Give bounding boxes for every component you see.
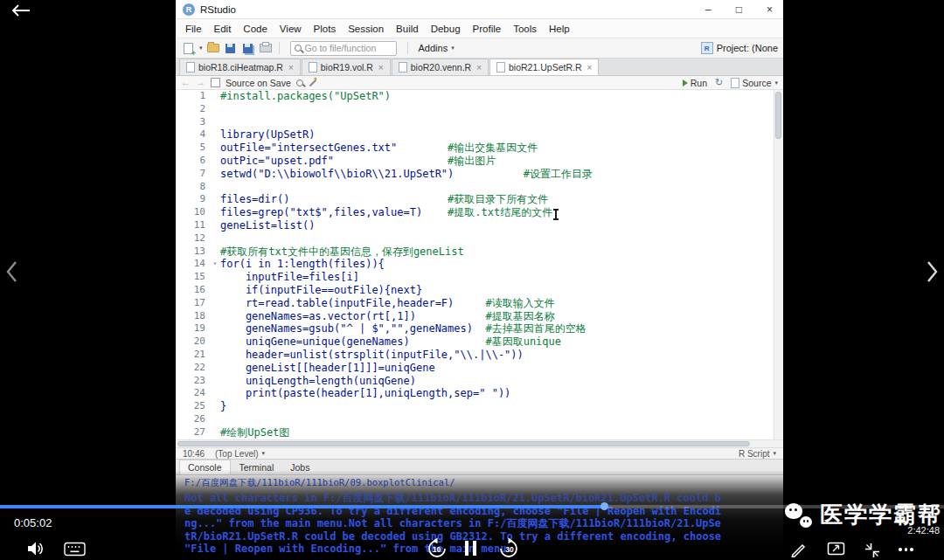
exit-fullscreen-button[interactable] [864, 542, 881, 559]
fold-marker-icon [210, 284, 220, 297]
scope-selector[interactable]: (Top Level) ▾ [215, 449, 265, 459]
line-number: 25 [176, 400, 210, 413]
menu-item-view[interactable]: View [274, 24, 308, 34]
back-button[interactable] [10, 3, 31, 21]
more-options-button[interactable] [899, 547, 916, 552]
code-line[interactable]: 23 uniqLength=length(uniqGene) [176, 375, 774, 388]
menu-item-code[interactable]: Code [237, 24, 274, 34]
vertical-scrollbar[interactable] [774, 90, 783, 439]
speaker-icon [26, 540, 45, 557]
code-line[interactable]: 6outPic="upset.pdf" #输出图片 [176, 155, 774, 168]
code-line[interactable]: 20 uniqGene=unique(geneNames) #基因取unique [176, 335, 774, 349]
save-icon[interactable] [224, 41, 238, 55]
code-line[interactable]: 15 inputFile=files[i] [176, 271, 774, 284]
code-line[interactable]: 9files=dir() #获取目录下所有文件 [176, 193, 774, 206]
forward-30-button[interactable]: 30 [498, 537, 521, 560]
pause-button[interactable] [465, 541, 477, 557]
keyboard-button[interactable] [64, 542, 86, 557]
code-line[interactable]: 14▾for(i in 1:length(files)){ [176, 258, 774, 271]
back-nav-icon[interactable]: ← [181, 78, 191, 87]
next-chevron-button[interactable] [925, 259, 941, 288]
code-line[interactable]: 8 [176, 181, 774, 194]
save-all-icon[interactable] [241, 41, 255, 55]
code-line[interactable]: 11geneList=list() [176, 219, 774, 232]
video-player: R RStudio – □ × FileEditCodeViewPlotsSes… [0, 0, 944, 560]
code-line[interactable]: 12 [176, 232, 774, 245]
arrow-left-icon [10, 3, 31, 17]
source-button[interactable]: Source ▾ [731, 78, 778, 88]
code-line[interactable]: 26 [176, 413, 774, 426]
menu-item-tools[interactable]: Tools [507, 24, 543, 34]
goto-file-input[interactable]: Go to file/function [290, 41, 397, 56]
addins-button[interactable]: Addins ▾ [414, 43, 459, 53]
editor-tab-bioR20.venn.R[interactable]: bioR20.venn.R× [392, 59, 489, 75]
close-button[interactable]: × [767, 4, 773, 15]
code-token: #获取所有txt文件中的基因信息，保存到geneList [220, 245, 464, 259]
menu-item-plots[interactable]: Plots [308, 24, 343, 34]
menu-item-profile[interactable]: Profile [467, 24, 508, 34]
project-selector[interactable]: R Project: (None [701, 42, 778, 54]
menu-item-build[interactable]: Build [390, 24, 425, 34]
console-tab-terminal[interactable]: Terminal [232, 460, 282, 474]
code-line[interactable]: 1#install.packages("UpSetR") [176, 90, 774, 103]
rerun-icon[interactable]: ↻ [715, 78, 723, 87]
forward-nav-icon[interactable]: → [196, 78, 205, 87]
code-line[interactable]: 4library(UpSetR) [176, 128, 774, 142]
code-line[interactable]: 7setwd("D:\\biowolf\\bioR\\21.UpSetR") #… [176, 168, 774, 181]
prev-chevron-button[interactable] [3, 259, 19, 288]
open-file-icon[interactable] [206, 41, 220, 55]
console-output[interactable]: F:/百度网盘下载/111bioR/111bioR/09.boxplotClin… [176, 475, 783, 560]
menu-item-edit[interactable]: Edit [208, 24, 238, 34]
code-line[interactable]: 18 geneNames=as.vector(rt[,1]) #提取基因名称 [176, 310, 774, 323]
source-on-save-checkbox[interactable] [211, 78, 220, 87]
code-line[interactable]: 25} [176, 400, 774, 413]
code-token: #install.packages("UpSetR") [220, 90, 391, 103]
code-line[interactable]: 10files=grep("txt$",files,value=T) #提取.t… [176, 206, 774, 219]
menu-item-session[interactable]: Session [342, 24, 390, 34]
vscroll-thumb[interactable] [775, 92, 781, 139]
run-button[interactable]: Run [683, 78, 707, 88]
file-type-selector[interactable]: R Script ▾ [739, 449, 776, 459]
console-tab-console[interactable]: Console [179, 460, 231, 474]
menu-item-debug[interactable]: Debug [425, 24, 467, 34]
rewind-10-button[interactable]: 10 [425, 537, 448, 560]
print-icon[interactable] [259, 41, 273, 55]
code-line[interactable]: 16 if(inputFile==outFile){next} [176, 284, 774, 297]
code-line[interactable]: 19 geneNames=gsub("^ | $","",geneNames) … [176, 322, 774, 335]
code-line[interactable]: 24 print(paste(header[1],uniqLength,sep=… [176, 387, 774, 400]
hscroll-thumb[interactable] [177, 441, 750, 446]
find-icon[interactable] [296, 80, 303, 86]
annotate-button[interactable] [790, 541, 807, 557]
code-line[interactable]: 22 geneList[[header[1]]]=uniqGene [176, 362, 774, 375]
new-file-caret-icon[interactable]: ▾ [199, 45, 203, 52]
screencast-button[interactable] [827, 542, 845, 557]
code-token: rt=read.table(inputFile,header=F) [220, 297, 485, 310]
new-file-icon[interactable]: + [181, 41, 195, 55]
line-number: 19 [176, 322, 210, 335]
editor-tab-bioR18.ciHeatmap.R[interactable]: bioR18.ciHeatmap.R× [179, 59, 301, 75]
close-tab-icon[interactable]: × [288, 63, 294, 73]
close-tab-icon[interactable]: × [378, 63, 384, 73]
code-editor[interactable]: 1#install.packages("UpSetR")234library(U… [176, 90, 783, 439]
close-tab-icon[interactable]: × [476, 63, 482, 73]
code-line[interactable]: 17 rt=read.table(inputFile,header=F) #读取… [176, 297, 774, 310]
code-tools-wand-icon[interactable] [309, 79, 316, 86]
code-line[interactable]: 2 [176, 103, 774, 116]
volume-button[interactable] [26, 540, 45, 557]
code-line[interactable]: 3 [176, 116, 774, 129]
editor-tab-bioR19.vol.R[interactable]: bioR19.vol.R× [302, 59, 391, 75]
horizontal-scrollbar[interactable] [176, 439, 783, 447]
close-tab-icon[interactable]: × [587, 63, 592, 73]
console-tab-jobs[interactable]: Jobs [282, 460, 317, 474]
editor-tab-bioR21.UpSetR.R[interactable]: bioR21.UpSetR.R× [489, 59, 599, 75]
pause-bar-icon [473, 541, 476, 556]
menu-item-file[interactable]: File [179, 24, 208, 34]
fold-marker-icon[interactable]: ▾ [210, 258, 220, 271]
maximize-button[interactable]: □ [736, 4, 742, 15]
menu-item-help[interactable]: Help [543, 24, 576, 34]
minimize-button[interactable]: – [705, 4, 711, 15]
code-line[interactable]: 21 header=unlist(strsplit(inputFile,"\\.… [176, 349, 774, 362]
code-line[interactable]: 5outFile="intersectGenes.txt" #输出交集基因文件 [176, 142, 774, 155]
code-line[interactable]: 27#绘制UpSet图 [176, 426, 774, 439]
code-line[interactable]: 13#获取所有txt文件中的基因信息，保存到geneList [176, 245, 774, 259]
